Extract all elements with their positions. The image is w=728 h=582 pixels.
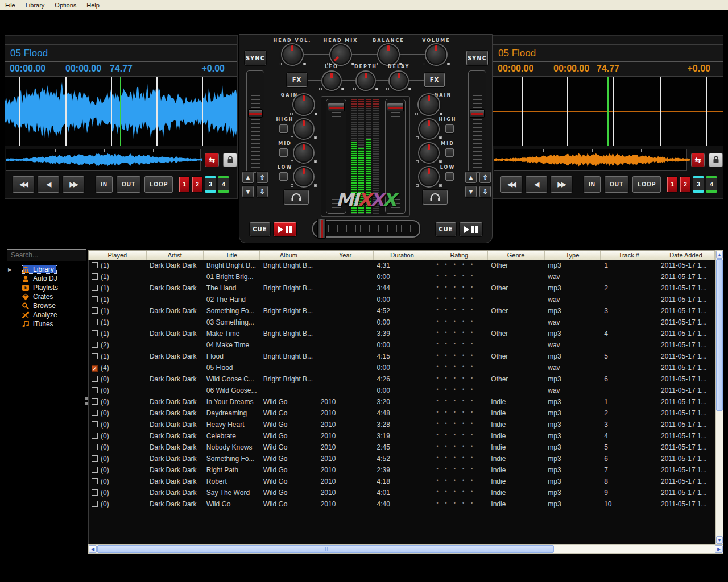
mid-knob-right[interactable] (419, 143, 439, 163)
played-checkbox[interactable] (92, 342, 98, 348)
reloop-button[interactable]: LOOP (632, 176, 661, 193)
volume-knob[interactable] (426, 44, 446, 65)
waveform-display[interactable] (5, 77, 237, 146)
scroll-down-arrow[interactable]: ▼ (716, 536, 723, 544)
cue-button-left[interactable]: CUE (249, 222, 271, 237)
scroll-left-arrow[interactable]: ◀ (89, 545, 97, 553)
hotcue-button-3[interactable]: 3 (693, 176, 704, 193)
played-checkbox[interactable] (92, 467, 98, 473)
rewind-button[interactable]: ◀◀ (12, 176, 35, 193)
hotcue-button-3[interactable]: 3 (205, 176, 216, 193)
low-kill-button-left[interactable] (279, 172, 288, 181)
reloop-button[interactable]: LOOP (144, 176, 173, 193)
table-row[interactable]: (0)Dark Dark DarkWild GoWild Go20104:40•… (89, 499, 715, 510)
played-checkbox[interactable] (92, 501, 98, 507)
played-checkbox[interactable] (92, 353, 98, 359)
bend-up-button-left[interactable]: ▲ (242, 171, 254, 184)
repeat-button[interactable]: ⇆ (691, 153, 705, 167)
vscroll-thumb[interactable] (716, 259, 723, 411)
sidebar-item-browse[interactable]: Browse (7, 301, 86, 310)
sidebar-item-auto-dj[interactable]: Auto DJ (7, 274, 86, 283)
played-checkbox-checked[interactable]: ✓ (92, 365, 98, 372)
low-knob-left[interactable] (294, 167, 313, 186)
table-row[interactable]: (1)Dark Dark DarkMake TimeBright Bright … (89, 329, 715, 340)
table-row[interactable]: (1)01 Bright Brig...0:00•••••wav2011-05-… (89, 272, 715, 283)
gain-knob-right[interactable] (419, 94, 439, 115)
table-row[interactable]: (2)04 Make Time0:00•••••wav2011-05-17 1.… (89, 340, 715, 351)
fx-button-right[interactable]: FX (424, 72, 445, 88)
column-header-album[interactable]: Album (260, 251, 317, 260)
hotcue-button-4[interactable]: 4 (706, 176, 717, 193)
loop-out-button[interactable]: OUT (604, 176, 629, 193)
repeat-button[interactable]: ⇆ (205, 153, 219, 167)
low-knob-right[interactable] (419, 167, 439, 186)
column-header-rating[interactable]: Rating (431, 251, 488, 260)
nudge-up-button-right[interactable]: ⇧ (479, 171, 491, 184)
table-row[interactable]: (0)Dark Dark DarkSomething Fo...Wild Go2… (89, 454, 715, 465)
waveform-display[interactable] (493, 77, 723, 146)
table-row[interactable]: (1)Dark Dark DarkThe HandBright Bright B… (89, 283, 715, 294)
played-checkbox[interactable] (92, 307, 98, 314)
column-header-track[interactable]: Track # (601, 251, 657, 260)
keylock-button[interactable] (709, 153, 723, 167)
table-row[interactable]: (0)Dark Dark DarkDaydreamingWild Go20104… (89, 408, 715, 419)
crossfader[interactable] (312, 220, 420, 238)
played-checkbox[interactable] (92, 410, 98, 416)
bend-up-button-right[interactable]: ▲ (465, 171, 477, 184)
play-button-left[interactable] (273, 222, 297, 237)
fast-forward-button[interactable]: ▶▶ (62, 176, 85, 193)
overview-box[interactable] (6, 149, 201, 171)
played-checkbox[interactable] (92, 489, 98, 496)
menu-item-file[interactable]: File (0, 0, 20, 10)
played-checkbox[interactable] (92, 433, 98, 439)
scroll-up-arrow[interactable]: ▲ (716, 251, 723, 259)
hotcue-button-2[interactable]: 2 (680, 176, 691, 193)
played-checkbox[interactable] (92, 455, 98, 462)
table-row[interactable]: (0)Dark Dark DarkRight PathWild Go20102:… (89, 465, 715, 476)
crossfader-handle[interactable] (317, 219, 326, 239)
delay-knob[interactable] (390, 72, 408, 90)
column-header-type[interactable]: Type (545, 251, 601, 260)
mid-kill-button-left[interactable] (279, 148, 288, 157)
pitch-slider-left[interactable] (246, 70, 264, 173)
table-row[interactable]: (0)Dark Dark DarkRobertWild Go20104:18••… (89, 476, 715, 488)
loop-out-button[interactable]: OUT (116, 176, 141, 193)
high-knob-left[interactable] (294, 119, 313, 139)
table-row[interactable]: (0)Dark Dark DarkHeavy HeartWild Go20103… (89, 419, 715, 431)
gain-knob-left[interactable] (293, 94, 314, 115)
column-header-genre[interactable]: Genre (488, 251, 545, 260)
keylock-button[interactable] (223, 153, 237, 167)
played-checkbox[interactable] (92, 376, 98, 382)
low-kill-button-right[interactable] (445, 172, 454, 181)
fast-forward-button[interactable]: ▶▶ (550, 176, 573, 193)
loop-in-button[interactable]: IN (583, 176, 601, 193)
hotcue-button-4[interactable]: 4 (218, 176, 229, 193)
column-header-year[interactable]: Year (317, 251, 374, 260)
played-checkbox[interactable] (92, 478, 98, 484)
balance-knob[interactable] (378, 44, 399, 65)
main-waveform[interactable] (493, 77, 723, 146)
played-checkbox[interactable] (92, 398, 98, 405)
overview-box[interactable] (494, 149, 687, 171)
table-row[interactable]: (1)Dark Dark DarkBright Bright B...Brigh… (89, 260, 715, 272)
back-button[interactable]: ◀ (525, 176, 548, 193)
high-knob-right[interactable] (419, 119, 439, 139)
column-header-date-added[interactable]: Date Added (657, 251, 715, 260)
sidebar-item-playlists[interactable]: Playlists (7, 283, 86, 292)
hotcue-button-1[interactable]: 1 (179, 176, 190, 193)
sidebar-item-crates[interactable]: Crates (7, 292, 86, 301)
played-checkbox[interactable] (92, 387, 98, 393)
lfo-knob[interactable] (322, 72, 341, 90)
mid-knob-left[interactable] (294, 143, 313, 163)
menu-item-library[interactable]: Library (20, 0, 50, 10)
table-row[interactable]: (1)02 The Hand0:00•••••wav2011-05-17 1..… (89, 294, 715, 306)
table-row[interactable]: ✓(4)05 Flood0:00•••••wav2011-05-17 1... (89, 363, 715, 374)
fx-button-left[interactable]: FX (286, 72, 308, 88)
sync-button-right[interactable]: SYNC (466, 50, 489, 66)
hscroll-thumb[interactable] (97, 545, 554, 553)
column-header-title[interactable]: Title (204, 251, 260, 260)
mid-kill-button-right[interactable] (445, 148, 454, 157)
table-row[interactable]: (0)06 Wild Goose...0:00•••••wav2011-05-1… (89, 385, 715, 397)
played-checkbox[interactable] (92, 273, 98, 280)
played-checkbox[interactable] (92, 319, 98, 325)
